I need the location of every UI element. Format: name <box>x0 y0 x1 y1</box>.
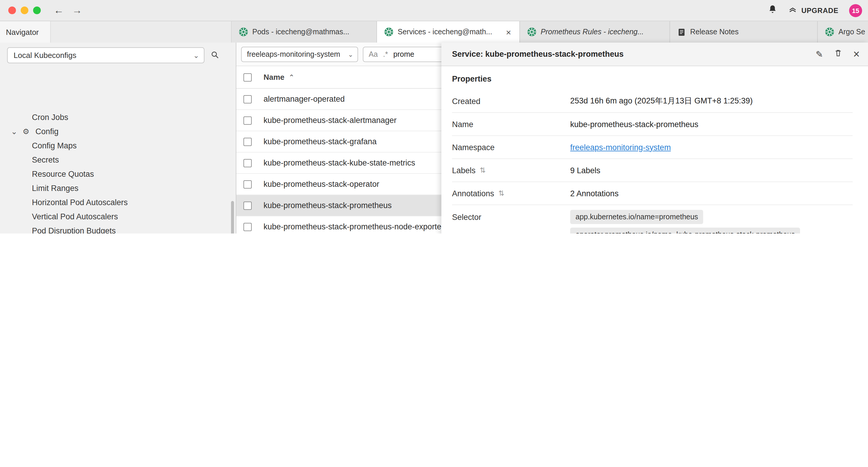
drawer-body: PropertiesCreated253d 16h 6m ago (2025年1… <box>441 66 868 233</box>
chevron-down-icon: ⌄ <box>348 51 353 58</box>
tab-pods[interactable]: Pods - icecheng@mathmas... <box>231 21 377 42</box>
row-label: Created <box>452 97 570 106</box>
list-search-input[interactable]: Aa .* prome <box>363 47 441 62</box>
namespace-select-value: freeleaps-monitoring-system <box>247 50 340 59</box>
row-label-text: Labels <box>452 166 476 175</box>
row-checkbox[interactable] <box>243 95 252 103</box>
sidebar-item-vertical-pod-autoscalers[interactable]: Vertical Pod Autoscalers <box>0 209 236 224</box>
table-row-kube-prometheus-stack-grafana[interactable]: kube-prometheus-stack-grafana <box>236 131 441 152</box>
row-name: kube-prometheus-stack-operator <box>264 180 379 188</box>
row-checkbox[interactable] <box>243 223 252 231</box>
row-value: 253d 16h 6m ago (2025年1月13日 GMT+8 1:25:3… <box>570 96 852 107</box>
kubeconfig-select-value: Local Kubeconfigs <box>13 51 76 60</box>
kubernetes-icon <box>527 27 536 37</box>
section-heading-properties: Properties <box>452 66 852 90</box>
row-name: kube-prometheus-stack-prometheus <box>264 201 392 210</box>
row-label-text: Name <box>452 120 473 128</box>
select-all-checkbox[interactable] <box>243 73 252 81</box>
sidebar-item-config-maps[interactable]: Config Maps <box>0 138 236 152</box>
tab-label: Release Notes <box>690 28 739 36</box>
tab-label: Argo Se <box>838 28 865 36</box>
row-label: Labels⇅ <box>452 166 570 175</box>
drawer-row-namespace: Namespacefreeleaps-monitoring-system <box>452 136 852 159</box>
navigator-sidebar: Local Kubeconfigs ⌄ Cron Jobs⌄⚙ConfigCon… <box>0 42 236 233</box>
row-checkbox[interactable] <box>243 116 252 124</box>
row-value: app.kubernetes.io/name=prometheusoperato… <box>570 210 852 233</box>
service-table-body: alertmanager-operatedkube-prometheus-sta… <box>236 89 441 233</box>
sidebar-item-resource-quotas[interactable]: Resource Quotas <box>0 167 236 181</box>
sidebar-item-label: Cron Jobs <box>32 113 68 121</box>
table-row-kube-prometheus-stack-prometheus-node-exporter[interactable]: kube-prometheus-stack-prometheus-node-ex… <box>236 216 441 233</box>
tab-release-notes[interactable]: Release Notes <box>670 21 818 42</box>
row-checkbox[interactable] <box>243 180 252 188</box>
edit-resource-icon[interactable]: ✎ <box>816 49 823 59</box>
minimize-window-button[interactable] <box>21 6 28 14</box>
forward-arrow-icon[interactable]: → <box>72 4 82 16</box>
sidebar-item-config[interactable]: ⌄⚙Config <box>0 124 236 138</box>
value-text: kube-prometheus-stack-prometheus <box>570 120 699 128</box>
tab-argo[interactable]: Argo Se <box>818 21 868 42</box>
sidebar-item-limit-ranges[interactable]: Limit Ranges <box>0 181 236 195</box>
sidebar-scrollbar[interactable] <box>231 201 234 233</box>
sidebar-search-icon[interactable] <box>210 50 219 61</box>
sidebar-item-label: Vertical Pod Autoscalers <box>32 212 118 221</box>
sidebar-item-label: Horizontal Pod Autoscalers <box>32 198 128 207</box>
chevron-down-icon[interactable]: ⌄ <box>8 127 20 136</box>
tab-services[interactable]: Services - icecheng@math...× <box>377 21 520 42</box>
chevron-down-icon: ⌄ <box>193 51 199 59</box>
table-row-alertmanager-operated[interactable]: alertmanager-operated <box>236 89 441 110</box>
upgrade-button[interactable]: UPGRADE <box>788 5 838 16</box>
sidebar-toolbar: Local Kubeconfigs ⌄ <box>0 42 236 67</box>
row-label: Selector <box>452 210 570 222</box>
regex-toggle[interactable]: .* <box>383 50 388 59</box>
tab-prometheus-rules[interactable]: Prometheus Rules - icecheng... <box>520 21 670 42</box>
notifications-bell-icon[interactable] <box>768 4 778 17</box>
value-link[interactable]: freeleaps-monitoring-system <box>570 143 671 152</box>
row-checkbox[interactable] <box>243 201 252 209</box>
value-text: 2 Annotations <box>570 189 619 198</box>
notification-count-badge[interactable]: 15 <box>849 4 862 17</box>
sort-toggle-icon[interactable]: ⇅ <box>480 166 486 174</box>
row-label-text: Created <box>452 97 480 106</box>
row-checkbox[interactable] <box>243 138 252 146</box>
sort-ascending-icon[interactable]: ⌃ <box>289 73 294 81</box>
close-window-button[interactable] <box>8 6 16 14</box>
sidebar-item-pod-disruption-budgets[interactable]: Pod Disruption Budgets <box>0 224 236 233</box>
service-detail-drawer: Service: kube-prometheus-stack-prometheu… <box>441 42 868 233</box>
close-drawer-icon[interactable]: × <box>853 49 860 60</box>
table-row-kube-prometheus-stack-alertmanager[interactable]: kube-prometheus-stack-alertmanager <box>236 110 441 131</box>
delete-resource-icon[interactable] <box>834 49 843 60</box>
maximize-window-button[interactable] <box>33 6 41 14</box>
sidebar-item-secrets[interactable]: Secrets <box>0 152 236 167</box>
name-column-header[interactable]: Name <box>264 73 284 82</box>
sidebar-item-label: Resource Quotas <box>32 169 94 178</box>
row-checkbox[interactable] <box>243 159 252 167</box>
match-case-toggle[interactable]: Aa <box>369 50 378 59</box>
row-label-text: Namespace <box>452 143 495 152</box>
table-row-kube-prometheus-stack-kube-state-metrics[interactable]: kube-prometheus-stack-kube-state-metrics <box>236 152 441 174</box>
value-text: 253d 16h 6m ago (2025年1月13日 GMT+8 1:25:3… <box>570 96 753 105</box>
row-label: Annotations⇅ <box>452 189 570 198</box>
row-name: kube-prometheus-stack-kube-state-metrics <box>264 158 415 167</box>
sort-toggle-icon[interactable]: ⇅ <box>498 189 504 198</box>
navigator-panel-label: Navigator <box>0 21 51 42</box>
services-list-panel: freeleaps-monitoring-system ⌄ Aa .* prom… <box>236 42 441 233</box>
row-name: kube-prometheus-stack-grafana <box>264 137 377 146</box>
kubernetes-icon <box>384 27 394 37</box>
list-toolbar: freeleaps-monitoring-system ⌄ Aa .* prom… <box>236 42 441 66</box>
upgrade-label: UPGRADE <box>801 6 838 14</box>
row-label: Namespace <box>452 143 570 152</box>
table-row-kube-prometheus-stack-prometheus[interactable]: kube-prometheus-stack-prometheus <box>236 195 441 216</box>
navigator-label: Navigator <box>6 28 39 36</box>
value-text: 9 Labels <box>570 166 600 175</box>
kubeconfig-select[interactable]: Local Kubeconfigs ⌄ <box>7 47 205 63</box>
table-row-kube-prometheus-stack-operator[interactable]: kube-prometheus-stack-operator <box>236 174 441 195</box>
window-controls <box>0 6 41 14</box>
namespace-select[interactable]: freeleaps-monitoring-system ⌄ <box>241 47 358 62</box>
config-icon: ⚙ <box>20 127 32 136</box>
back-arrow-icon[interactable]: ← <box>54 4 64 16</box>
sidebar-item-cron-jobs[interactable]: Cron Jobs <box>0 110 236 124</box>
search-query-text: prome <box>393 50 414 59</box>
close-tab-icon[interactable]: × <box>505 27 512 37</box>
sidebar-item-horizontal-pod-autoscalers[interactable]: Horizontal Pod Autoscalers <box>0 195 236 209</box>
